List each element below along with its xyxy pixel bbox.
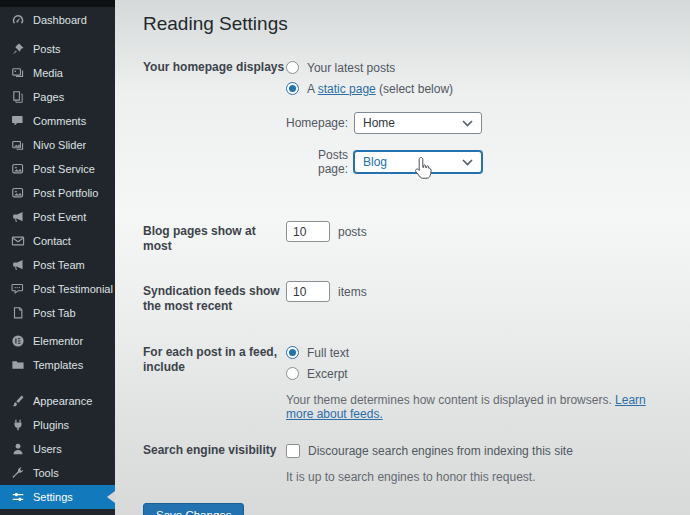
homepage-select-label: Homepage: (286, 116, 348, 130)
sidebar-item-label: Dashboard (33, 14, 87, 26)
sidebar-item-posts[interactable]: Posts (0, 37, 115, 61)
radio-option-latest-posts[interactable]: Your latest posts (286, 57, 482, 78)
main-content: Reading Settings Your homepage displays … (115, 0, 690, 515)
user-icon (10, 442, 25, 457)
posts-per-page-input[interactable] (286, 221, 330, 242)
sidebar-item-label: Tools (33, 467, 59, 479)
sidebar-item-appearance[interactable]: Appearance (0, 389, 115, 413)
pushpin-icon (10, 42, 25, 57)
homepage-select[interactable]: Home (354, 112, 482, 134)
sidebar-item-label: Post Tab (33, 307, 76, 319)
row-syndication: Syndication feeds show the most recent i… (143, 281, 666, 314)
field-label: Blog pages show at most (143, 221, 286, 254)
envelope-icon (10, 234, 25, 249)
sidebar-item-post-portfolio[interactable]: Post Portfolio (0, 181, 115, 205)
sidebar-item-dashboard[interactable]: Dashboard (0, 8, 115, 32)
folder-icon (10, 358, 25, 373)
sidebar-item-label: Nivo Slider (33, 139, 86, 151)
settings-sliders-icon (10, 490, 25, 505)
radio-option-full-text[interactable]: Full text (286, 342, 666, 363)
sidebar-item-label: Plugins (33, 419, 69, 431)
save-changes-button[interactable]: Save Changes (143, 503, 244, 515)
sidebar-item-post-event[interactable]: Post Event (0, 205, 115, 229)
admin-sidebar: Dashboard Posts Media Pages Comments Niv… (0, 0, 115, 515)
media-icon (10, 66, 25, 81)
sidebar-item-plugins[interactable]: Plugins (0, 413, 115, 437)
comment-icon (10, 114, 25, 129)
sidebar-item-label: Post Event (33, 211, 86, 223)
sidebar-item-label: Posts (33, 43, 61, 55)
sidebar-item-label: Elementor (33, 335, 83, 347)
sidebar-item-label: Post Team (33, 259, 85, 271)
sidebar-item-elementor[interactable]: Elementor (0, 329, 115, 353)
page-title: Reading Settings (143, 13, 666, 35)
feed-items-input[interactable] (286, 281, 330, 302)
sidebar-item-label: Contact (33, 235, 71, 247)
testimonial-bubble-icon (10, 282, 25, 297)
wrench-icon (10, 466, 25, 481)
unit-label: items (338, 285, 367, 299)
sidebar-item-label: Post Testimonial (33, 283, 113, 295)
radio-button-checked[interactable] (286, 82, 299, 95)
sidebar-item-tools[interactable]: Tools (0, 461, 115, 485)
sidebar-item-contact[interactable]: Contact (0, 229, 115, 253)
static-page-link[interactable]: static page (318, 82, 376, 96)
radio-option-static-page[interactable]: A static page (select below) (286, 78, 482, 99)
radio-label: A static page (select below) (307, 82, 453, 96)
radio-label: Full text (307, 346, 349, 360)
megaphone-icon (10, 258, 25, 273)
field-label: For each post in a feed, include (143, 342, 286, 421)
sidebar-item-nivo-slider[interactable]: Nivo Slider (0, 133, 115, 157)
row-save: Save Changes (143, 503, 666, 515)
sidebar-item-post-tab[interactable]: Post Tab (0, 301, 115, 325)
sidebar-item-label: Post Service (33, 163, 95, 175)
radio-label: Excerpt (307, 367, 348, 381)
checkbox-label: Discourage search engines from indexing … (308, 444, 573, 458)
radio-button[interactable] (286, 61, 299, 74)
active-item-arrow (107, 491, 115, 503)
feed-description: Your theme determines how content is dis… (286, 393, 666, 421)
radio-button[interactable] (286, 367, 299, 380)
sidebar-item-label: Settings (33, 491, 73, 503)
pages-icon (10, 90, 25, 105)
posts-page-select[interactable]: Blog (354, 151, 482, 173)
radio-label: Your latest posts (307, 61, 395, 75)
sidebar-item-settings[interactable]: Settings (0, 485, 115, 509)
chevron-down-icon (462, 159, 473, 166)
discourage-indexing-option[interactable]: Discourage search engines from indexing … (286, 440, 573, 461)
sidebar-item-label: Appearance (33, 395, 92, 407)
admin-menu: Dashboard Posts Media Pages Comments Niv… (0, 7, 115, 509)
document-icon (10, 306, 25, 321)
plugin-icon (10, 418, 25, 433)
sidebar-item-comments[interactable]: Comments (0, 109, 115, 133)
row-homepage-displays: Your homepage displays Your latest posts… (143, 57, 666, 190)
sidebar-item-label: Users (33, 443, 62, 455)
paintbrush-icon (10, 394, 25, 409)
slider-images-icon (10, 138, 25, 153)
sidebar-item-users[interactable]: Users (0, 437, 115, 461)
radio-option-excerpt[interactable]: Excerpt (286, 363, 666, 384)
homepage-select-value: Home (363, 116, 395, 130)
sidebar-item-post-testimonial[interactable]: Post Testimonial (0, 277, 115, 301)
sidebar-item-post-team[interactable]: Post Team (0, 253, 115, 277)
row-search-visibility: Search engine visibility Discourage sear… (143, 440, 666, 484)
photo-icon (10, 162, 25, 177)
posts-page-select-value: Blog (363, 155, 387, 169)
radio-button-checked[interactable] (286, 346, 299, 359)
dashboard-icon (10, 13, 25, 28)
sidebar-item-templates[interactable]: Templates (0, 353, 115, 377)
sidebar-item-post-service[interactable]: Post Service (0, 157, 115, 181)
unit-label: posts (338, 225, 367, 239)
sidebar-item-label: Templates (33, 359, 83, 371)
visibility-description: It is up to search engines to honor this… (286, 470, 573, 484)
admin-bar-strip (0, 0, 115, 7)
photo-icon (10, 186, 25, 201)
sidebar-item-pages[interactable]: Pages (0, 85, 115, 109)
chevron-down-icon (462, 120, 473, 127)
sidebar-item-media[interactable]: Media (0, 61, 115, 85)
checkbox[interactable] (286, 444, 300, 458)
sidebar-item-label: Comments (33, 115, 86, 127)
field-label: Search engine visibility (143, 440, 286, 484)
field-label: Your homepage displays (143, 57, 286, 190)
sidebar-item-label: Post Portfolio (33, 187, 98, 199)
